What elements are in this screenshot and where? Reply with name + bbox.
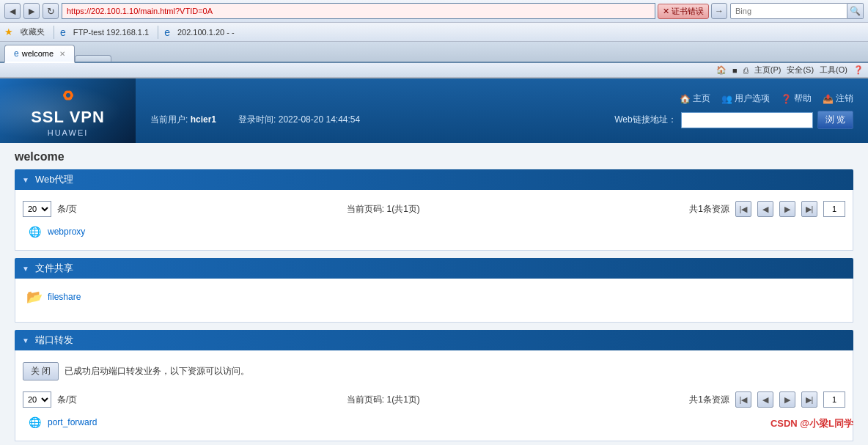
web-link-section: Web链接地址： 浏 览	[614, 111, 853, 129]
page-title: welcome	[15, 150, 853, 163]
file-share-content: 📂 fileshare	[15, 279, 853, 323]
port-forward-icon: 🌐	[27, 415, 42, 430]
web-proxy-pagination: 20 50 条/页 当前页码: 1(共1页) 共1条资源 |◀ ◀ ▶ ▶|	[23, 197, 845, 221]
bookmark-2[interactable]: 202.100.1.20 - -	[174, 26, 238, 38]
web-proxy-content: 20 50 条/页 当前页码: 1(共1页) 共1条资源 |◀ ◀ ▶ ▶| 🌐…	[15, 190, 853, 251]
file-share-arrow-icon: ▼	[22, 265, 29, 273]
per-page-label: 条/页	[57, 203, 77, 216]
search-button[interactable]: 🔍	[847, 3, 864, 19]
ssl-header: SSL VPN HUAWEI 🏠 主页 👥 用户选项 ❓ 帮助 📤	[0, 78, 868, 143]
favorites-button[interactable]: 收藏夹	[18, 25, 48, 39]
user-options-label: 用户选项	[735, 92, 770, 105]
web-proxy-page-info: 当前页码: 1(共1页)	[83, 203, 683, 216]
ie-menubar: 🏠 ■ ⎙ 主页(P) 安全(S) 工具(O) ❓	[0, 63, 868, 78]
list-item: 🌐 webproxy	[23, 221, 845, 243]
tools-menu[interactable]: 工具(O)	[820, 65, 847, 76]
help-icon-ie: ❓	[853, 65, 864, 75]
tab-close-button[interactable]: ✕	[59, 50, 65, 58]
file-share-resource-link[interactable]: fileshare	[48, 292, 81, 302]
list-item: 📂 fileshare	[23, 286, 845, 308]
file-share-header[interactable]: ▼ 文件共享	[15, 258, 853, 279]
stop-button[interactable]: →	[711, 3, 727, 19]
page-menu[interactable]: 主页(P)	[754, 65, 781, 76]
web-proxy-resource-link[interactable]: webproxy	[48, 227, 85, 237]
browser-tabs: e welcome ✕	[0, 42, 868, 63]
list-item: 🌐 port_forward	[23, 411, 845, 433]
print-icon: ⎙	[743, 66, 749, 75]
file-share-section: ▼ 文件共享 📂 fileshare	[15, 258, 853, 323]
nav-user-options-link[interactable]: 👥 用户选项	[721, 92, 770, 105]
current-user-prefix: 当前用户:	[150, 114, 188, 125]
cert-error-icon: ✕	[663, 7, 669, 16]
tab-icon: e	[14, 48, 19, 59]
browse-button[interactable]: 浏 览	[817, 111, 853, 129]
forward-button[interactable]: ▶	[23, 3, 40, 19]
browser-chrome: ◀ ▶ ↻ ✕ 证书错误 → 🔍 ★ 收藏夹 e FTP-test 192.16…	[0, 0, 868, 78]
tab-welcome[interactable]: e welcome ✕	[4, 45, 75, 63]
port-forward-status: 已成功启动端口转发业务，以下资源可以访问。	[65, 365, 249, 378]
pf-last-page-btn[interactable]: ▶|	[801, 391, 817, 408]
cert-error-label: 证书错误	[672, 6, 704, 17]
tools-icon: ■	[732, 66, 738, 75]
web-proxy-per-page-select[interactable]: 20 50	[23, 201, 51, 217]
port-forward-content: 关 闭 已成功启动端口转发业务，以下资源可以访问。 20 50 条/页 当前页码…	[15, 350, 853, 441]
favorites-toolbar: ★ 收藏夹 e FTP-test 192.168.1.1 e 202.100.1…	[0, 23, 868, 42]
security-menu[interactable]: 安全(S)	[787, 65, 814, 76]
pf-next-page-btn[interactable]: ▶	[779, 391, 795, 408]
pf-first-page-btn[interactable]: |◀	[735, 391, 751, 408]
last-page-btn[interactable]: ▶|	[801, 201, 817, 217]
cert-error-button[interactable]: ✕ 证书错误	[658, 4, 709, 19]
close-port-forward-button[interactable]: 关 闭	[23, 362, 59, 380]
ssl-header-bottom: 当前用户: hcier1 登录时间: 2022-08-20 14:44:54 W…	[150, 111, 853, 129]
port-forward-resource-link[interactable]: port_forward	[48, 417, 97, 427]
web-link-input[interactable]	[681, 112, 813, 128]
login-time-value: 2022-08-20 14:44:54	[279, 114, 360, 125]
bookmark-1[interactable]: FTP-test 192.168.1.1	[70, 26, 152, 38]
port-forward-pagination: 20 50 条/页 当前页码: 1(共1页) 共1条资源 |◀ ◀ ▶ ▶|	[23, 388, 845, 411]
web-proxy-arrow-icon: ▼	[22, 176, 29, 184]
nav-help-link[interactable]: ❓ 帮助	[781, 92, 812, 105]
next-page-btn[interactable]: ▶	[779, 201, 795, 217]
port-forward-per-page-select[interactable]: 20 50	[23, 391, 51, 408]
ssl-header-info: 🏠 主页 👥 用户选项 ❓ 帮助 📤 注销 当前用户:	[136, 87, 868, 135]
user-options-icon: 👥	[721, 94, 732, 104]
pf-prev-page-btn[interactable]: ◀	[757, 391, 773, 408]
watermark: CSDN @小梁L同学	[770, 417, 853, 430]
search-input[interactable]	[730, 3, 847, 19]
help-nav-label: 帮助	[794, 92, 812, 105]
first-page-btn[interactable]: |◀	[735, 201, 751, 217]
nav-home-link[interactable]: 🏠 主页	[680, 92, 710, 105]
per-page-label-2: 条/页	[57, 394, 77, 406]
port-forward-header[interactable]: ▼ 端口转发	[15, 330, 853, 350]
web-proxy-total: 共1条资源	[689, 203, 729, 216]
web-proxy-header[interactable]: ▼ Web代理	[15, 169, 853, 190]
address-input[interactable]	[62, 3, 655, 19]
prev-page-btn[interactable]: ◀	[757, 201, 773, 217]
main-content: welcome ▼ Web代理 20 50 条/页 当前页码: 1(共1页) 共…	[0, 143, 868, 445]
current-user-info: 当前用户: hcier1	[150, 114, 216, 126]
pf-page-num-input[interactable]	[823, 391, 845, 408]
refresh-button[interactable]: ↻	[43, 3, 59, 19]
current-user-value: hcier1	[191, 114, 216, 125]
ie-icon-2: e	[164, 26, 170, 38]
nav-logout-link[interactable]: 📤 注销	[823, 92, 853, 105]
web-proxy-title: Web代理	[35, 173, 74, 186]
page-num-input[interactable]	[823, 201, 845, 217]
browser-titlebar: ◀ ▶ ↻ ✕ 证书错误 → 🔍	[0, 0, 868, 23]
file-share-icon: 📂	[27, 290, 42, 304]
ssl-header-top-nav: 🏠 主页 👥 用户选项 ❓ 帮助 📤 注销	[150, 92, 853, 105]
web-proxy-section: ▼ Web代理 20 50 条/页 当前页码: 1(共1页) 共1条资源 |◀ …	[15, 169, 853, 251]
home-nav-label: 主页	[693, 92, 710, 105]
port-forward-title: 端口转发	[35, 334, 73, 347]
back-button[interactable]: ◀	[4, 3, 21, 19]
tab-label: welcome	[22, 49, 54, 58]
help-nav-icon: ❓	[781, 94, 792, 104]
ssl-logo: SSL VPN HUAWEI	[0, 78, 136, 143]
port-forward-page-info: 当前页码: 1(共1页)	[83, 394, 683, 406]
tab-new[interactable]	[75, 55, 111, 62]
port-forward-controls: 关 闭 已成功启动端口转发业务，以下资源可以访问。	[23, 358, 845, 388]
home-nav-icon: 🏠	[680, 94, 691, 104]
login-time-info: 登录时间: 2022-08-20 14:44:54	[238, 114, 360, 126]
ssl-top-nav: 🏠 主页 👥 用户选项 ❓ 帮助 📤 注销	[680, 92, 853, 105]
web-link-label: Web链接地址：	[614, 114, 676, 126]
